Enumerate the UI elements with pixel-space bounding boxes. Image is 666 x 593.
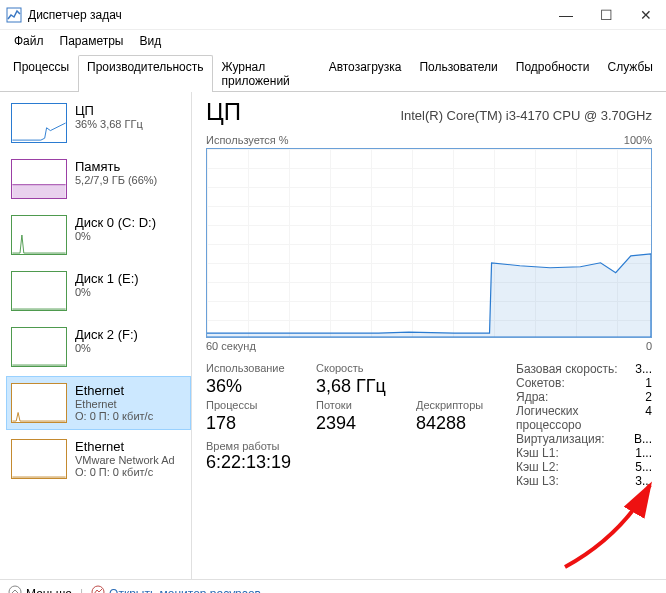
cpu-thumb: [11, 103, 67, 143]
fewer-details-button[interactable]: Меньше: [26, 587, 72, 594]
window-title: Диспетчер задач: [28, 8, 546, 22]
title-bar: Диспетчер задач — ☐ ✕: [0, 0, 666, 30]
speed-value: 3,68 ГГц: [316, 376, 416, 397]
uptime-value: 6:22:13:19: [206, 452, 506, 473]
app-icon: [6, 7, 22, 23]
tab-processes[interactable]: Процессы: [4, 55, 78, 92]
sidebar-item-memory[interactable]: Память 5,2/7,9 ГБ (66%): [6, 152, 191, 206]
speed-label: Скорость: [316, 362, 416, 374]
main-panel: ЦП Intel(R) Core(TM) i3-4170 CPU @ 3.70G…: [192, 92, 666, 579]
chart-top-right-label: 100%: [624, 134, 652, 146]
sidebar-label: Ethernet: [75, 439, 175, 454]
chart-bottom-right-label: 0: [646, 340, 652, 352]
tab-services[interactable]: Службы: [599, 55, 662, 92]
sidebar-sub: 0%: [75, 342, 138, 354]
tab-app-history[interactable]: Журнал приложений: [213, 55, 320, 92]
cpu-details-table: Базовая скорость:3... Сокетов:1 Ядра:2 Л…: [516, 362, 652, 488]
threads-label: Потоки: [316, 399, 416, 411]
sidebar-label: Диск 0 (C: D:): [75, 215, 156, 230]
sidebar-sub: 0%: [75, 230, 156, 242]
sidebar-item-cpu[interactable]: ЦП 36% 3,68 ГГц: [6, 96, 191, 150]
sidebar-sub: Ethernet: [75, 398, 153, 410]
tab-startup[interactable]: Автозагрузка: [320, 55, 411, 92]
menu-bar: Файл Параметры Вид: [0, 30, 666, 52]
close-button[interactable]: ✕: [626, 0, 666, 30]
svg-rect-1: [12, 185, 65, 198]
disk-thumb: [11, 271, 67, 311]
chart-bottom-left-label: 60 секунд: [206, 340, 256, 352]
menu-view[interactable]: Вид: [133, 32, 167, 50]
sidebar-label: Диск 1 (E:): [75, 271, 139, 286]
maximize-button[interactable]: ☐: [586, 0, 626, 30]
open-resource-monitor-link[interactable]: Открыть монитор ресурсов: [109, 587, 261, 594]
sidebar-label: ЦП: [75, 103, 143, 118]
net-thumb: [11, 383, 67, 423]
tab-performance[interactable]: Производительность: [78, 55, 212, 92]
menu-options[interactable]: Параметры: [54, 32, 130, 50]
page-title: ЦП: [206, 98, 241, 126]
sidebar-sub: VMware Network Ad: [75, 454, 175, 466]
sidebar-item-disk0[interactable]: Диск 0 (C: D:) 0%: [6, 208, 191, 262]
sidebar-label: Диск 2 (F:): [75, 327, 138, 342]
processes-label: Процессы: [206, 399, 316, 411]
disk-thumb: [11, 327, 67, 367]
sidebar-label: Память: [75, 159, 157, 174]
cpu-usage-chart: [206, 148, 652, 338]
sidebar-item-ethernet-0[interactable]: Ethernet Ethernet О: 0 П: 0 кбит/с: [6, 376, 191, 430]
tab-bar: Процессы Производительность Журнал прило…: [0, 54, 666, 92]
sidebar: ЦП 36% 3,68 ГГц Память 5,2/7,9 ГБ (66%) …: [0, 92, 192, 579]
sidebar-item-disk2[interactable]: Диск 2 (F:) 0%: [6, 320, 191, 374]
cpu-model-label: Intel(R) Core(TM) i3-4170 CPU @ 3.70GHz: [400, 108, 652, 123]
annotation-arrow-icon: [550, 477, 660, 577]
processes-value: 178: [206, 413, 316, 434]
menu-file[interactable]: Файл: [8, 32, 50, 50]
sidebar-sub: 5,2/7,9 ГБ (66%): [75, 174, 157, 186]
net-thumb: [11, 439, 67, 479]
threads-value: 2394: [316, 413, 416, 434]
usage-label: Использование: [206, 362, 316, 374]
sidebar-item-disk1[interactable]: Диск 1 (E:) 0%: [6, 264, 191, 318]
sidebar-label: Ethernet: [75, 383, 153, 398]
chart-top-left-label: Используется %: [206, 134, 289, 146]
disk-thumb: [11, 215, 67, 255]
handles-value: 84288: [416, 413, 506, 434]
sidebar-sub2: О: 0 П: 0 кбит/с: [75, 410, 153, 422]
sidebar-item-ethernet-1[interactable]: Ethernet VMware Network Ad О: 0 П: 0 кби…: [6, 432, 191, 486]
memory-thumb: [11, 159, 67, 199]
tab-users[interactable]: Пользователи: [410, 55, 506, 92]
chevron-up-icon[interactable]: [8, 585, 22, 593]
sidebar-sub: 36% 3,68 ГГц: [75, 118, 143, 130]
svg-rect-0: [7, 8, 21, 22]
sidebar-sub: 0%: [75, 286, 139, 298]
usage-value: 36%: [206, 376, 316, 397]
uptime-label: Время работы: [206, 440, 506, 452]
tab-details[interactable]: Подробности: [507, 55, 599, 92]
minimize-button[interactable]: —: [546, 0, 586, 30]
handles-label: Дескрипторы: [416, 399, 506, 411]
resource-monitor-icon: [91, 585, 105, 593]
sidebar-sub2: О: 0 П: 0 кбит/с: [75, 466, 175, 478]
footer-bar: Меньше | Открыть монитор ресурсов: [0, 579, 666, 593]
